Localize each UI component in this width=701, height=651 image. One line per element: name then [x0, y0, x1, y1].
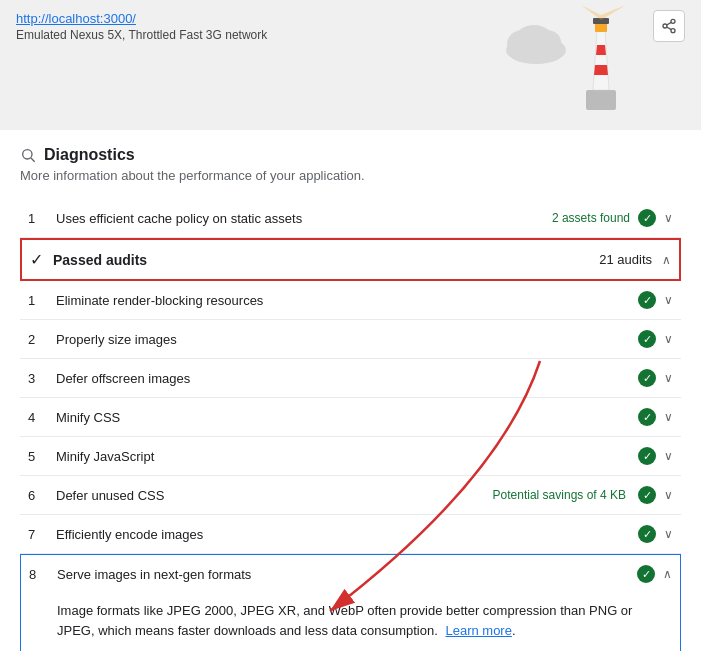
audit-num: 3 [28, 371, 56, 386]
pass-check-icon: ✓ [638, 408, 656, 426]
svg-point-8 [516, 25, 552, 51]
audit-num: 8 [29, 567, 57, 582]
svg-marker-12 [596, 45, 606, 55]
pass-check-icon: ✓ [638, 525, 656, 543]
chevron-down-icon: ∨ [664, 449, 673, 463]
audit-icons-cache: ✓ ∨ [638, 209, 673, 227]
audit-row-5[interactable]: 5 Minify JavaScript ✓ ∨ [20, 437, 681, 476]
audit-meta-cache: 2 assets found [552, 211, 630, 225]
audit-label: Minify CSS [56, 410, 638, 425]
audit-label-cache: Uses efficient cache policy on static as… [56, 211, 552, 226]
audit-count: 21 audits [599, 252, 652, 267]
audit-row-cache[interactable]: 1 Uses efficient cache policy on static … [20, 199, 681, 238]
chevron-down-icon: ∨ [664, 332, 673, 346]
diagnostics-icon [20, 147, 36, 163]
svg-line-18 [31, 158, 35, 162]
chevron-up-icon: ∧ [662, 253, 671, 267]
audit-row-3[interactable]: 3 Defer offscreen images ✓ ∨ [20, 359, 681, 398]
chevron-up-icon: ∧ [663, 567, 672, 581]
audit-list: 1 Eliminate render-blocking resources ✓ … [20, 281, 681, 651]
svg-marker-11 [594, 65, 608, 75]
audit-icons: ✓ ∨ [638, 408, 673, 426]
header-bar: http://localhost:3000/ Emulated Nexus 5X… [0, 0, 701, 130]
section-title: Diagnostics [44, 146, 135, 164]
audit-row-2[interactable]: 2 Properly size images ✓ ∨ [20, 320, 681, 359]
row8-description: Image formats like JPEG 2000, JPEG XR, a… [20, 593, 681, 651]
svg-marker-10 [593, 30, 609, 90]
audit-num: 2 [28, 332, 56, 347]
cloud-decoration [501, 20, 561, 55]
section-description: More information about the performance o… [20, 168, 681, 183]
audit-row-6[interactable]: 6 Defer unused CSS Potential savings of … [20, 476, 681, 515]
audit-label: Defer unused CSS [56, 488, 493, 503]
section-header: Diagnostics [20, 146, 681, 164]
share-button[interactable] [653, 10, 685, 42]
pass-check-icon: ✓ [638, 330, 656, 348]
pass-check-icon: ✓ [638, 209, 656, 227]
main-content: Diagnostics More information about the p… [0, 130, 701, 651]
audit-label: Serve images in next-gen formats [57, 567, 637, 582]
audit-icons: ✓ ∨ [638, 330, 673, 348]
chevron-down-icon: ∨ [664, 527, 673, 541]
audit-label: Defer offscreen images [56, 371, 638, 386]
lighthouse-logo [561, 0, 641, 120]
audit-label: Efficiently encode images [56, 527, 638, 542]
share-icon [661, 18, 677, 34]
audit-num: 1 [28, 293, 56, 308]
audit-row-8[interactable]: 8 Serve images in next-gen formats ✓ ∧ [20, 554, 681, 593]
svg-line-3 [667, 27, 672, 30]
audit-row-4[interactable]: 4 Minify CSS ✓ ∨ [20, 398, 681, 437]
svg-point-17 [23, 150, 32, 159]
audit-icons: ✓ ∨ [638, 291, 673, 309]
audit-icons: ✓ ∧ [637, 565, 672, 583]
passed-check-icon: ✓ [30, 250, 43, 269]
audit-label: Properly size images [56, 332, 638, 347]
audit-icons: ✓ ∨ [638, 369, 673, 387]
savings-meta: Potential savings of 4 KB [493, 488, 626, 502]
audit-icons: ✓ ∨ [638, 447, 673, 465]
pass-check-icon: ✓ [638, 369, 656, 387]
audit-label: Minify JavaScript [56, 449, 638, 464]
svg-marker-15 [581, 5, 601, 20]
chevron-down-icon: ∨ [664, 371, 673, 385]
audit-num: 6 [28, 488, 56, 503]
pass-check-icon: ✓ [638, 291, 656, 309]
chevron-down-icon: ∨ [664, 410, 673, 424]
svg-point-0 [671, 19, 675, 23]
svg-point-1 [663, 24, 667, 28]
row8-desc-text: Image formats like JPEG 2000, JPEG XR, a… [57, 603, 632, 638]
svg-rect-9 [586, 90, 616, 110]
audit-label: Eliminate render-blocking resources [56, 293, 638, 308]
pass-check-icon: ✓ [638, 447, 656, 465]
svg-point-2 [671, 29, 675, 33]
chevron-down-icon: ∨ [664, 211, 673, 225]
chevron-down-icon: ∨ [664, 293, 673, 307]
audit-num: 7 [28, 527, 56, 542]
audit-num: 5 [28, 449, 56, 464]
header-url[interactable]: http://localhost:3000/ [16, 11, 136, 26]
svg-marker-16 [601, 5, 626, 20]
learn-more-link[interactable]: Learn more [445, 623, 511, 638]
audit-num: 4 [28, 410, 56, 425]
audit-icons: Potential savings of 4 KB ✓ ∨ [493, 486, 673, 504]
passed-audits-header[interactable]: ✓ Passed audits 21 audits ∧ [20, 238, 681, 281]
pass-check-icon: ✓ [638, 486, 656, 504]
audit-icons: ✓ ∨ [638, 525, 673, 543]
pass-check-icon: ✓ [637, 565, 655, 583]
audit-row-1[interactable]: 1 Eliminate render-blocking resources ✓ … [20, 281, 681, 320]
audit-row-7[interactable]: 7 Efficiently encode images ✓ ∨ [20, 515, 681, 554]
passed-audits-label: Passed audits [53, 252, 599, 268]
audit-num-1: 1 [28, 211, 56, 226]
svg-line-4 [667, 22, 672, 25]
chevron-down-icon: ∨ [664, 488, 673, 502]
